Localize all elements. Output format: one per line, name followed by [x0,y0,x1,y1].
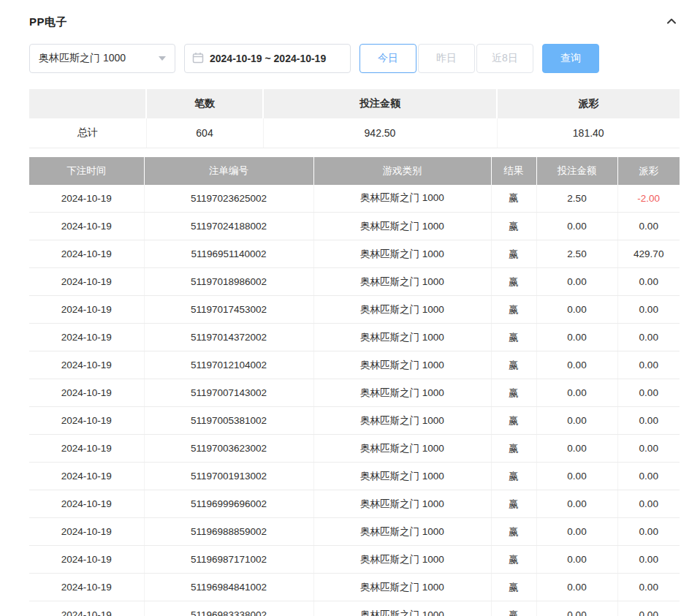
cell-bet-id: 51196988859002 [144,518,313,546]
summary-payout-value: 181.40 [497,118,680,148]
table-row: 2024-10-19 51196983338002 奥林匹斯之门 1000 赢 … [29,601,680,616]
cell-bet-amount: 0.00 [536,463,617,490]
cell-game-type: 奥林匹斯之门 1000 [313,213,491,240]
cell-result: 赢 [491,435,536,463]
date-range-value: 2024-10-19 ~ 2024-10-19 [210,53,326,64]
cell-bet-time: 2024-10-19 [29,407,144,435]
search-button[interactable]: 查询 [542,44,599,73]
cell-game-type: 奥林匹斯之门 1000 [313,324,491,351]
cell-bet-id: 51196983338002 [144,601,313,616]
cell-game-type: 奥林匹斯之门 1000 [313,296,491,324]
cell-game-type: 奥林匹斯之门 1000 [313,518,491,546]
today-button[interactable]: 今日 [359,44,416,73]
cell-bet-id: 51197018986002 [144,268,313,296]
cell-game-type: 奥林匹斯之门 1000 [313,463,491,490]
cell-result: 赢 [491,324,536,351]
cell-bet-amount: 0.00 [536,518,617,546]
table-row: 2024-10-19 51197005381002 奥林匹斯之门 1000 赢 … [29,407,680,435]
table-row: 2024-10-19 51196951140002 奥林匹斯之门 1000 赢 … [29,240,680,268]
cell-result: 赢 [491,463,536,490]
cell-bet-id: 51197017453002 [144,296,313,324]
cell-bet-id: 51196987171002 [144,546,313,574]
header-result: 结果 [491,157,536,185]
summary-header-count: 笔数 [146,89,263,118]
cell-bet-id: 51197012104002 [144,351,313,379]
cell-game-type: 奥林匹斯之门 1000 [313,379,491,407]
panel-header: PP电子 [29,10,680,34]
cell-game-type: 奥林匹斯之门 1000 [313,407,491,435]
cell-bet-time: 2024-10-19 [29,240,144,268]
cell-payout: 0.00 [617,213,680,240]
cell-bet-amount: 0.00 [536,379,617,407]
page-title: PP电子 [29,15,67,29]
cell-bet-time: 2024-10-19 [29,518,144,546]
cell-result: 赢 [491,296,536,324]
cell-payout: 0.00 [617,324,680,351]
cell-bet-id: 51196951140002 [144,240,313,268]
cell-bet-amount: 0.00 [536,574,617,601]
cell-payout: 0.00 [617,268,680,296]
last-8-days-button[interactable]: 近8日 [476,44,533,73]
cell-payout: 0.00 [617,574,680,601]
cell-result: 赢 [491,185,536,213]
header-bet-time: 下注时间 [29,157,144,185]
cell-game-type: 奥林匹斯之门 1000 [313,185,491,213]
cell-bet-id: 51197005381002 [144,407,313,435]
table-row: 2024-10-19 51197023625002 奥林匹斯之门 1000 赢 … [29,185,680,213]
cell-bet-id: 51196984841002 [144,574,313,601]
cell-payout: 0.00 [617,379,680,407]
cell-result: 赢 [491,601,536,616]
cell-bet-id: 51197003623002 [144,435,313,463]
cell-bet-id: 51197001913002 [144,463,313,490]
cell-bet-amount: 0.00 [536,268,617,296]
summary-header-bet-amount: 投注金额 [263,89,497,118]
table-row: 2024-10-19 51196987171002 奥林匹斯之门 1000 赢 … [29,546,680,574]
cell-bet-time: 2024-10-19 [29,324,144,351]
game-select-value: 奥林匹斯之门 1000 [39,52,126,65]
pp-electronic-panel: PP电子 奥林匹斯之门 1000 2024-10-19 ~ 2024-10-19… [0,0,700,616]
cell-payout: 0.00 [617,601,680,616]
table-row: 2024-10-19 51197012104002 奥林匹斯之门 1000 赢 … [29,351,680,379]
date-range-input[interactable]: 2024-10-19 ~ 2024-10-19 [184,44,351,73]
cell-bet-amount: 0.00 [536,490,617,518]
cell-game-type: 奥林匹斯之门 1000 [313,601,491,616]
cell-bet-time: 2024-10-19 [29,296,144,324]
cell-bet-id: 51197023625002 [144,185,313,213]
summary-bet-amount-value: 942.50 [263,118,497,148]
table-row: 2024-10-19 51197024188002 奥林匹斯之门 1000 赢 … [29,213,680,240]
cell-bet-amount: 0.00 [536,435,617,463]
cell-result: 赢 [491,213,536,240]
cell-game-type: 奥林匹斯之门 1000 [313,240,491,268]
cell-bet-amount: 0.00 [536,213,617,240]
summary-header-empty [29,89,146,118]
cell-bet-amount: 0.00 [536,324,617,351]
table-row: 2024-10-19 51197014372002 奥林匹斯之门 1000 赢 … [29,324,680,351]
cell-payout: 0.00 [617,407,680,435]
cell-payout: 429.70 [617,240,680,268]
table-row: 2024-10-19 51196984841002 奥林匹斯之门 1000 赢 … [29,574,680,601]
cell-bet-time: 2024-10-19 [29,601,144,616]
cell-bet-time: 2024-10-19 [29,463,144,490]
cell-payout: 0.00 [617,296,680,324]
cell-result: 赢 [491,240,536,268]
cell-bet-id: 51197014372002 [144,324,313,351]
cell-bet-amount: 2.50 [536,185,617,213]
header-payout: 派彩 [617,157,680,185]
bet-table-header-row: 下注时间 注单编号 游戏类别 结果 投注金额 派彩 [29,157,680,185]
cell-bet-time: 2024-10-19 [29,435,144,463]
table-row: 2024-10-19 51196988859002 奥林匹斯之门 1000 赢 … [29,518,680,546]
cell-game-type: 奥林匹斯之门 1000 [313,574,491,601]
yesterday-button[interactable]: 昨日 [418,44,475,73]
cell-payout: 0.00 [617,435,680,463]
summary-header-row: 笔数 投注金额 派彩 [29,89,680,118]
cell-bet-time: 2024-10-19 [29,268,144,296]
collapse-button[interactable] [663,13,680,31]
cell-result: 赢 [491,351,536,379]
cell-bet-amount: 0.00 [536,407,617,435]
cell-game-type: 奥林匹斯之门 1000 [313,351,491,379]
game-select[interactable]: 奥林匹斯之门 1000 [29,44,175,73]
table-row: 2024-10-19 51197003623002 奥林匹斯之门 1000 赢 … [29,435,680,463]
table-row: 2024-10-19 51197018986002 奥林匹斯之门 1000 赢 … [29,268,680,296]
cell-bet-time: 2024-10-19 [29,574,144,601]
cell-bet-time: 2024-10-19 [29,546,144,574]
